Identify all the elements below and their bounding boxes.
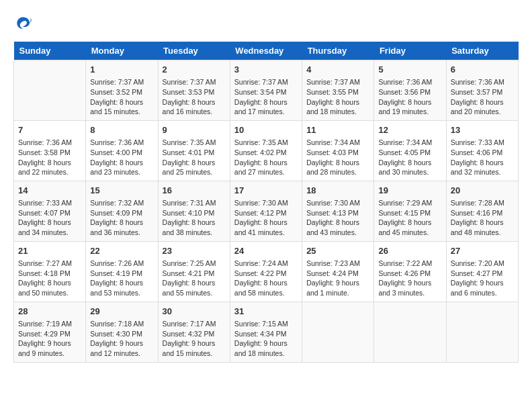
calendar-cell: 10Sunrise: 7:35 AMSunset: 4:02 PMDayligh… <box>230 120 302 181</box>
day-number: 10 <box>234 124 298 136</box>
calendar-cell: 24Sunrise: 7:24 AMSunset: 4:22 PMDayligh… <box>230 241 302 302</box>
calendar-cell: 31Sunrise: 7:15 AMSunset: 4:34 PMDayligh… <box>230 302 302 362</box>
week-row-5: 28Sunrise: 7:19 AMSunset: 4:29 PMDayligh… <box>14 302 519 362</box>
day-number: 4 <box>306 64 369 76</box>
day-number: 1 <box>90 64 153 76</box>
day-info: Sunrise: 7:20 AMSunset: 4:27 PMDaylight:… <box>451 259 514 298</box>
day-number: 22 <box>90 245 153 257</box>
day-number: 16 <box>163 185 226 197</box>
day-info: Sunrise: 7:32 AMSunset: 4:09 PMDaylight:… <box>90 198 153 238</box>
calendar-cell: 4Sunrise: 7:37 AMSunset: 3:55 PMDaylight… <box>302 60 374 121</box>
calendar-cell: 9Sunrise: 7:35 AMSunset: 4:01 PMDaylight… <box>158 120 230 181</box>
calendar-cell: 13Sunrise: 7:33 AMSunset: 4:06 PMDayligh… <box>446 120 518 181</box>
day-number: 15 <box>90 185 153 197</box>
calendar-cell <box>302 302 374 362</box>
day-number: 13 <box>451 124 514 136</box>
day-info: Sunrise: 7:37 AMSunset: 3:52 PMDaylight:… <box>90 77 153 117</box>
calendar-table: SundayMondayTuesdayWednesdayThursdayFrid… <box>13 42 519 363</box>
calendar-cell: 30Sunrise: 7:17 AMSunset: 4:32 PMDayligh… <box>158 302 230 362</box>
day-number: 27 <box>451 245 514 257</box>
day-number: 17 <box>234 185 298 197</box>
day-number: 21 <box>18 245 81 257</box>
day-info: Sunrise: 7:36 AMSunset: 3:56 PMDaylight:… <box>378 77 441 117</box>
weekday-header-friday: Friday <box>374 42 446 60</box>
day-info: Sunrise: 7:29 AMSunset: 4:15 PMDaylight:… <box>378 198 441 238</box>
day-info: Sunrise: 7:37 AMSunset: 3:55 PMDaylight:… <box>306 77 369 117</box>
day-info: Sunrise: 7:24 AMSunset: 4:22 PMDaylight:… <box>234 259 298 298</box>
calendar-cell <box>446 302 518 362</box>
calendar-cell: 27Sunrise: 7:20 AMSunset: 4:27 PMDayligh… <box>446 241 518 302</box>
calendar-cell: 25Sunrise: 7:23 AMSunset: 4:24 PMDayligh… <box>302 241 374 302</box>
day-number: 11 <box>306 124 369 136</box>
week-row-2: 7Sunrise: 7:36 AMSunset: 3:58 PMDaylight… <box>14 120 519 181</box>
calendar-cell: 22Sunrise: 7:26 AMSunset: 4:19 PMDayligh… <box>86 241 158 302</box>
day-number: 8 <box>90 124 153 136</box>
day-info: Sunrise: 7:36 AMSunset: 3:58 PMDaylight:… <box>18 138 81 177</box>
calendar-cell: 16Sunrise: 7:31 AMSunset: 4:10 PMDayligh… <box>158 181 230 241</box>
week-row-4: 21Sunrise: 7:27 AMSunset: 4:18 PMDayligh… <box>14 241 519 302</box>
weekday-header-thursday: Thursday <box>302 42 374 60</box>
day-number: 20 <box>451 185 514 197</box>
calendar-cell: 6Sunrise: 7:36 AMSunset: 3:57 PMDaylight… <box>446 60 518 121</box>
week-row-1: 1Sunrise: 7:37 AMSunset: 3:52 PMDaylight… <box>14 60 519 121</box>
day-number: 3 <box>234 64 298 76</box>
day-number: 5 <box>378 64 441 76</box>
day-info: Sunrise: 7:36 AMSunset: 4:00 PMDaylight:… <box>90 138 153 177</box>
day-number: 19 <box>378 185 441 197</box>
calendar-cell: 21Sunrise: 7:27 AMSunset: 4:18 PMDayligh… <box>14 241 86 302</box>
day-info: Sunrise: 7:33 AMSunset: 4:06 PMDaylight:… <box>451 138 514 177</box>
logo <box>13 13 34 35</box>
day-number: 25 <box>306 245 369 257</box>
day-info: Sunrise: 7:34 AMSunset: 4:05 PMDaylight:… <box>378 138 441 177</box>
day-info: Sunrise: 7:25 AMSunset: 4:21 PMDaylight:… <box>163 259 226 298</box>
weekday-header-wednesday: Wednesday <box>230 42 302 60</box>
day-number: 31 <box>234 306 298 318</box>
calendar-cell: 14Sunrise: 7:33 AMSunset: 4:07 PMDayligh… <box>14 181 86 241</box>
weekday-header-tuesday: Tuesday <box>158 42 230 60</box>
day-info: Sunrise: 7:35 AMSunset: 4:02 PMDaylight:… <box>234 138 298 177</box>
calendar-cell: 1Sunrise: 7:37 AMSunset: 3:52 PMDaylight… <box>86 60 158 121</box>
calendar-cell: 11Sunrise: 7:34 AMSunset: 4:03 PMDayligh… <box>302 120 374 181</box>
calendar-cell: 26Sunrise: 7:22 AMSunset: 4:26 PMDayligh… <box>374 241 446 302</box>
calendar-cell <box>374 302 446 362</box>
day-info: Sunrise: 7:23 AMSunset: 4:24 PMDaylight:… <box>306 259 369 298</box>
day-number: 30 <box>163 306 226 318</box>
day-number: 23 <box>163 245 226 257</box>
day-info: Sunrise: 7:31 AMSunset: 4:10 PMDaylight:… <box>163 198 226 238</box>
day-info: Sunrise: 7:36 AMSunset: 3:57 PMDaylight:… <box>451 77 514 117</box>
calendar-cell: 8Sunrise: 7:36 AMSunset: 4:00 PMDaylight… <box>86 120 158 181</box>
calendar-cell <box>14 60 86 121</box>
day-info: Sunrise: 7:18 AMSunset: 4:30 PMDaylight:… <box>90 319 153 359</box>
day-info: Sunrise: 7:26 AMSunset: 4:19 PMDaylight:… <box>90 259 153 298</box>
logo-icon <box>13 13 32 32</box>
calendar-cell: 18Sunrise: 7:30 AMSunset: 4:13 PMDayligh… <box>302 181 374 241</box>
calendar-cell: 7Sunrise: 7:36 AMSunset: 3:58 PMDaylight… <box>14 120 86 181</box>
day-info: Sunrise: 7:35 AMSunset: 4:01 PMDaylight:… <box>163 138 226 177</box>
calendar-cell: 19Sunrise: 7:29 AMSunset: 4:15 PMDayligh… <box>374 181 446 241</box>
day-number: 28 <box>18 306 81 318</box>
day-info: Sunrise: 7:34 AMSunset: 4:03 PMDaylight:… <box>306 138 369 177</box>
day-number: 12 <box>378 124 441 136</box>
day-number: 9 <box>163 124 226 136</box>
day-info: Sunrise: 7:33 AMSunset: 4:07 PMDaylight:… <box>18 198 81 238</box>
day-number: 7 <box>18 124 81 136</box>
day-number: 2 <box>163 64 226 76</box>
calendar-cell: 2Sunrise: 7:37 AMSunset: 3:53 PMDaylight… <box>158 60 230 121</box>
day-number: 6 <box>451 64 514 76</box>
calendar-cell: 23Sunrise: 7:25 AMSunset: 4:21 PMDayligh… <box>158 241 230 302</box>
day-number: 18 <box>306 185 369 197</box>
day-info: Sunrise: 7:27 AMSunset: 4:18 PMDaylight:… <box>18 259 81 298</box>
day-number: 29 <box>90 306 153 318</box>
calendar-cell: 5Sunrise: 7:36 AMSunset: 3:56 PMDaylight… <box>374 60 446 121</box>
day-info: Sunrise: 7:37 AMSunset: 3:53 PMDaylight:… <box>163 77 226 117</box>
day-number: 14 <box>18 185 81 197</box>
calendar-cell: 17Sunrise: 7:30 AMSunset: 4:12 PMDayligh… <box>230 181 302 241</box>
day-number: 26 <box>378 245 441 257</box>
weekday-header-monday: Monday <box>86 42 158 60</box>
calendar-cell: 28Sunrise: 7:19 AMSunset: 4:29 PMDayligh… <box>14 302 86 362</box>
day-info: Sunrise: 7:22 AMSunset: 4:26 PMDaylight:… <box>378 259 441 298</box>
calendar-cell: 12Sunrise: 7:34 AMSunset: 4:05 PMDayligh… <box>374 120 446 181</box>
calendar-cell: 20Sunrise: 7:28 AMSunset: 4:16 PMDayligh… <box>446 181 518 241</box>
calendar-cell: 29Sunrise: 7:18 AMSunset: 4:30 PMDayligh… <box>86 302 158 362</box>
weekday-header-row: SundayMondayTuesdayWednesdayThursdayFrid… <box>14 42 519 60</box>
